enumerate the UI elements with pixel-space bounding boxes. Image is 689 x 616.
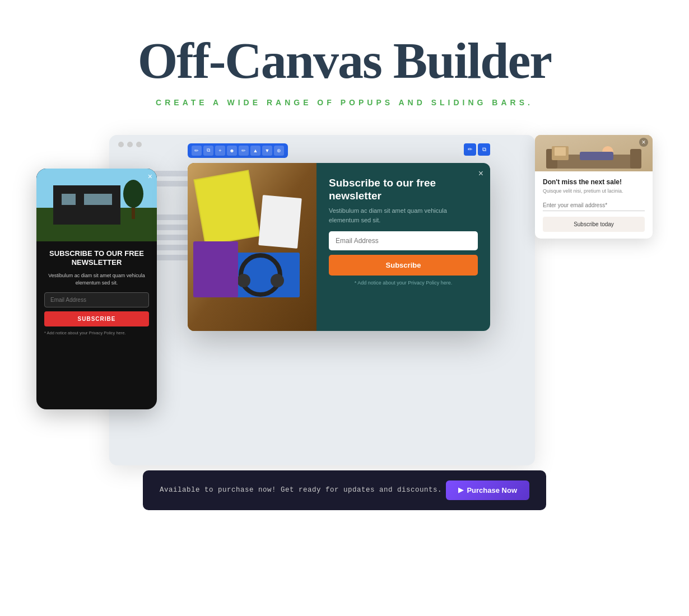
- toolbar-icon-copy[interactable]: ⧉: [203, 146, 213, 156]
- hero-header: Off-Canvas Builder CREATE A WIDE RANGE O…: [0, 0, 689, 118]
- small-popup-image-svg: [535, 135, 653, 171]
- hero-subtitle: CREATE A WIDE RANGE OF POPUPS AND SLIDIN…: [11, 98, 678, 107]
- small-popup-subscribe-button[interactable]: Subscribe today: [543, 217, 645, 232]
- small-popup-description: Quisque velit nisi, pretium ut lacinia.: [543, 188, 645, 194]
- popup-content-top: Subscribe to our free newsletter Vestibu…: [329, 176, 478, 286]
- small-popup-body: Don't miss the next sale! Quisque velit …: [535, 171, 653, 239]
- popup-description: Vestibulum ac diam sit amet quam vehicul…: [329, 206, 478, 225]
- popup-subscribe-button[interactable]: Subscribe: [329, 255, 478, 276]
- popup-edit-buttons: ✏ ⧉: [464, 143, 490, 156]
- mobile-header-image: ×: [36, 169, 157, 241]
- popup-modal: × Subscribe to our free newsletter Vesti…: [188, 163, 490, 331]
- popup-privacy-text: * Add notice about your Privacy Policy h…: [329, 280, 478, 286]
- mobile-close-icon[interactable]: ×: [148, 172, 152, 181]
- svg-rect-25: [580, 152, 613, 160]
- svg-rect-5: [84, 194, 98, 205]
- bottom-bar-text: Available to purchase now! Get ready for…: [160, 486, 442, 494]
- cursor-icon: ▶: [458, 486, 463, 494]
- mobile-newsletter-desc: Vestibulum ac diam sit amet quam vehicul…: [44, 272, 149, 286]
- svg-point-8: [123, 180, 143, 208]
- mobile-newsletter-title: SUBSCRIBE TO OUR FREE NEWSLETTER: [44, 249, 149, 268]
- toolbar-icon-face[interactable]: ☻: [227, 146, 237, 156]
- toolbar-icon-plus[interactable]: ⊕: [274, 146, 284, 156]
- popup-email-input[interactable]: [329, 231, 478, 250]
- popup-title: Subscribe to our free newsletter: [329, 176, 478, 203]
- popup-right-content: × Subscribe to our free newsletter Vesti…: [316, 163, 490, 331]
- toolbar-icon-add[interactable]: +: [215, 146, 225, 156]
- svg-rect-6: [98, 194, 112, 205]
- mobile-privacy-text: * Add notice about your Privacy Policy h…: [44, 330, 149, 335]
- popup-wrapper: ✏ ⧉ + ☻ ✏ ▲ ▼ ⊕ ✏ ⧉: [188, 163, 490, 331]
- popup-edit-btn-copy[interactable]: ⧉: [478, 143, 490, 156]
- svg-point-15: [237, 274, 250, 287]
- svg-rect-23: [630, 149, 641, 169]
- bottom-bar: Available to purchase now! Get ready for…: [143, 470, 546, 510]
- popup-close-icon[interactable]: ×: [478, 169, 483, 179]
- mobile-mockup: × SUBSCRIBE TO OUR FREE NEWSLETTER Vesti…: [36, 169, 157, 409]
- browser-dot-1: [118, 142, 124, 147]
- mobile-email-input[interactable]: [44, 292, 149, 307]
- small-popup: × Don't miss the next sale! Quisque veli…: [535, 135, 653, 239]
- small-popup-email-input[interactable]: [543, 200, 645, 211]
- main-canvas: × SUBSCRIBE TO OUR FREE NEWSLETTER Vesti…: [36, 135, 653, 516]
- svg-rect-27: [555, 147, 566, 156]
- mobile-body: SUBSCRIBE TO OUR FREE NEWSLETTER Vestibu…: [36, 241, 157, 343]
- svg-point-16: [271, 274, 284, 287]
- popup-image-svg: [188, 163, 316, 331]
- svg-rect-4: [62, 194, 76, 205]
- svg-rect-18: [258, 195, 302, 249]
- house-scene-svg: [36, 169, 157, 241]
- svg-rect-17: [193, 241, 238, 297]
- popup-toolbar: ✏ ⧉ + ☻ ✏ ▲ ▼ ⊕: [188, 143, 288, 158]
- small-popup-close-icon[interactable]: ×: [639, 138, 648, 147]
- popup-left-image: [188, 163, 316, 331]
- toolbar-icon-up[interactable]: ▲: [250, 146, 260, 156]
- page-title: Off-Canvas Builder: [11, 34, 678, 88]
- purchase-now-button[interactable]: ▶ Purchase Now: [446, 480, 529, 500]
- browser-dot-2: [127, 142, 133, 147]
- toolbar-icon-brush[interactable]: ✏: [239, 146, 249, 156]
- small-popup-image: ×: [535, 135, 653, 171]
- toolbar-icon-edit[interactable]: ✏: [192, 146, 202, 156]
- browser-dot-3: [136, 142, 142, 147]
- mobile-subscribe-button[interactable]: SUBSCRIBE: [44, 311, 149, 326]
- svg-rect-12: [195, 171, 259, 244]
- small-popup-title: Don't miss the next sale!: [543, 178, 645, 186]
- purchase-btn-label: Purchase Now: [467, 486, 517, 494]
- popup-edit-btn-pencil[interactable]: ✏: [464, 143, 476, 156]
- toolbar-icon-down[interactable]: ▼: [262, 146, 272, 156]
